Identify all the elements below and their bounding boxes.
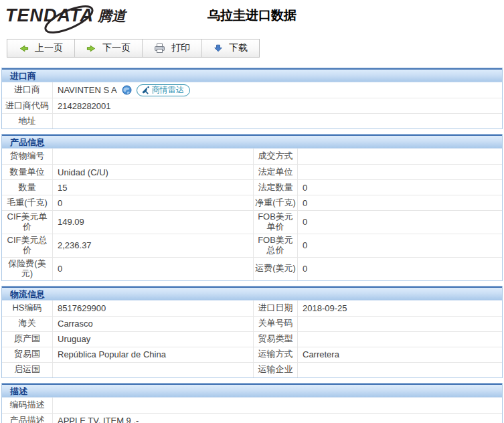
table-row: 货物编号 成交方式 [2, 149, 502, 164]
importer-panel: 进口商 进口商 NAVINTEN S A 商情雷达 进口商 [1, 68, 503, 129]
green-arrow-right-icon [86, 44, 96, 54]
table-row: 海关 Carrasco 关单号码 [2, 316, 502, 331]
qty-unit-value: Unidad (C/U) [53, 165, 254, 179]
transport-mode-value: Carretera [298, 347, 502, 362]
fob-unit-price-value: 0 [298, 211, 502, 234]
table-row: 毛重(千克) 0 净重(千克) 0 [2, 195, 502, 210]
cif-unit-price-value: 149.09 [53, 211, 254, 234]
import-date-value: 2018-09-25 [298, 301, 502, 316]
deal-mode-label: 成交方式 [254, 149, 298, 164]
table-row: 数量 15 法定数量 0 [2, 179, 502, 195]
table-row: 原产国 Uruguay 贸易类型 [2, 331, 502, 347]
product-description-label: 产品描述 [2, 414, 53, 423]
hs-code-label: HS编码 [2, 301, 53, 316]
next-page-button[interactable]: 下一页 [75, 39, 143, 57]
fob-total-price-label: FOB美元总价 [254, 234, 298, 257]
importer-panel-title: 进口商 [2, 68, 502, 82]
transport-mode-label: 运输方式 [254, 347, 298, 362]
legal-unit-label: 法定单位 [254, 165, 298, 179]
globe-icon[interactable] [122, 85, 132, 95]
importer-value-cell: NAVINTEN S A 商情雷达 [53, 82, 502, 98]
cif-total-price-value: 2,236.37 [53, 234, 254, 257]
cargo-no-label: 货物编号 [2, 149, 53, 164]
origin-country-value: Uruguay [53, 332, 254, 347]
table-row: 编码描述 [2, 398, 502, 413]
declaration-no-value [298, 317, 502, 331]
code-description-label: 编码描述 [2, 398, 53, 413]
importer-code-value: 21428282001 [53, 98, 502, 113]
fob-unit-price-label: FOB美元单价 [254, 211, 298, 234]
table-row: 进口商 NAVINTEN S A 商情雷达 [2, 82, 502, 98]
table-row: 进口商代码 21428282001 [2, 98, 502, 113]
importer-label: 进口商 [2, 82, 53, 98]
table-row: HS编码 8517629900 进口日期 2018-09-25 [2, 301, 502, 316]
address-value [53, 114, 502, 129]
insurance-value: 0 [53, 258, 254, 280]
toolbar: 上一页 下一页 打印 下载 [7, 39, 260, 58]
gross-weight-value: 0 [53, 195, 254, 210]
blue-arrow-down-icon [214, 44, 223, 53]
logo-text-en: TENDATA [5, 5, 94, 26]
logistics-panel: 物流信息 HS编码 8517629900 进口日期 2018-09-25 海关 … [1, 286, 503, 378]
business-radar-label: 商情雷达 [152, 84, 184, 96]
product-description-value: APPLE TV. ITEM 9 .- [53, 414, 502, 423]
customs-value: Carrasco [53, 317, 254, 331]
table-row: 数量单位 Unidad (C/U) 法定单位 [2, 164, 502, 179]
departure-country-label: 启运国 [2, 363, 53, 377]
address-label: 地址 [2, 114, 53, 129]
green-arrow-left-icon [19, 44, 29, 54]
transport-company-value [298, 363, 502, 377]
transport-company-label: 运输企业 [254, 363, 298, 377]
page-header: TENDATA 腾道 乌拉圭进口数据 [0, 0, 504, 39]
description-panel: 描述 编码描述 产品描述 APPLE TV. ITEM 9 .- [1, 383, 503, 423]
trade-country-label: 贸易国 [2, 347, 53, 362]
origin-country-label: 原产国 [2, 332, 53, 347]
net-weight-value: 0 [298, 195, 502, 210]
legal-qty-value: 0 [298, 180, 502, 195]
insurance-label: 保险费(美元) [2, 258, 53, 280]
hs-code-value: 8517629900 [53, 301, 254, 316]
cif-total-price-label: CIF美元总价 [2, 234, 53, 257]
declaration-no-label: 关单号码 [254, 317, 298, 331]
fob-total-price-value: 0 [298, 234, 502, 257]
table-row: 贸易国 República Popular de China 运输方式 Carr… [2, 347, 502, 362]
table-row: CIF美元总价 2,236.37 FOB美元总价 0 [2, 234, 502, 257]
download-label: 下载 [229, 42, 248, 54]
prev-page-button[interactable]: 上一页 [7, 39, 75, 57]
table-row: 产品描述 APPLE TV. ITEM 9 .- [2, 413, 502, 423]
description-panel-title: 描述 [2, 384, 502, 398]
table-row: 保险费(美元) 0 运费(美元) 0 [2, 257, 502, 280]
satellite-dish-icon [141, 86, 150, 94]
trade-type-label: 贸易类型 [254, 332, 298, 347]
qty-value: 15 [53, 180, 254, 195]
product-panel: 产品信息 货物编号 成交方式 数量单位 Unidad (C/U) 法定单位 数量… [1, 134, 503, 281]
printer-icon [154, 43, 165, 54]
freight-label: 运费(美元) [254, 258, 298, 280]
cif-unit-price-label: CIF美元单价 [2, 211, 53, 234]
importer-name: NAVINTEN S A [58, 85, 117, 95]
product-panel-title: 产品信息 [2, 135, 502, 149]
importer-code-label: 进口商代码 [2, 98, 53, 113]
download-button[interactable]: 下载 [202, 39, 259, 57]
table-row: 地址 [2, 113, 502, 129]
trade-type-value [298, 332, 502, 347]
logistics-panel-title: 物流信息 [2, 286, 502, 301]
next-page-label: 下一页 [102, 42, 131, 54]
legal-unit-value [298, 165, 502, 179]
qty-label: 数量 [2, 180, 53, 195]
deal-mode-value [298, 149, 502, 164]
departure-country-value [53, 363, 254, 377]
qty-unit-label: 数量单位 [2, 165, 53, 179]
freight-value: 0 [298, 258, 502, 280]
prev-page-label: 上一页 [35, 42, 63, 54]
net-weight-label: 净重(千克) [254, 195, 298, 210]
business-radar-button[interactable]: 商情雷达 [137, 84, 190, 96]
code-description-value [53, 398, 502, 413]
gross-weight-label: 毛重(千克) [2, 195, 53, 210]
print-label: 打印 [171, 42, 190, 54]
table-row: CIF美元单价 149.09 FOB美元单价 0 [2, 210, 502, 234]
print-button[interactable]: 打印 [143, 39, 202, 57]
customs-label: 海关 [2, 317, 53, 331]
table-row: 启运国 运输企业 [2, 362, 502, 377]
trade-country-value: República Popular de China [53, 347, 254, 362]
